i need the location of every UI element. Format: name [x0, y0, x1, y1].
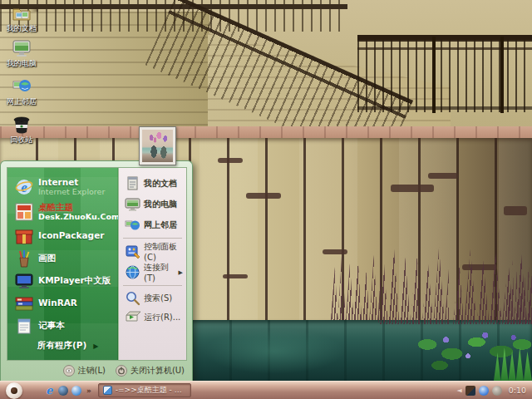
winrar-icon: [15, 294, 33, 313]
item-label: 连接到(T): [144, 262, 175, 283]
tray-collapse-chevron[interactable]: ◄: [457, 387, 462, 394]
desktop-icon-label: 我的文档: [0, 24, 43, 32]
kmplayer-quicklaunch-icon[interactable]: [58, 386, 68, 396]
start-menu-session-bar: 注销(L) 关闭计算机(U): [7, 363, 186, 377]
start-menu-item-my-computer[interactable]: 我的电脑: [119, 194, 186, 214]
start-menu-item-network-places[interactable]: 网上邻居: [119, 214, 186, 235]
tray-app-2-icon[interactable]: [479, 386, 489, 396]
search-icon: [125, 290, 140, 306]
my-computer-icon: [125, 196, 140, 212]
tray-app-3-icon[interactable]: [492, 386, 502, 396]
tray-app-1-icon[interactable]: [466, 386, 475, 396]
item-label: 运行(R)...: [144, 312, 180, 323]
all-programs-arrow-icon: ▶: [93, 342, 98, 350]
all-programs-button[interactable]: 所有程序(P) ▶: [7, 340, 118, 360]
item-label: KMPlayer中文版: [38, 276, 111, 285]
desktop-icon-network-places[interactable]: 网上邻居: [0, 76, 43, 106]
item-label: 我的文档: [144, 178, 177, 190]
start-menu-item-paint[interactable]: 画图: [7, 247, 118, 269]
submenu-arrow-icon: ▶: [179, 269, 186, 276]
wallpaper-crack: [246, 193, 281, 199]
turn-off-label: 关闭计算机(U): [131, 365, 185, 377]
item-label: 画图: [38, 254, 56, 263]
start-menu-item-run[interactable]: 运行(R)...: [119, 308, 186, 327]
wallpaper-crack: [504, 206, 527, 215]
desktop-icon-label: 我的电脑: [0, 59, 43, 67]
start-menu-item-winrar[interactable]: WinRAR: [7, 292, 118, 314]
start-menu-item-control-panel[interactable]: 控制面板(C): [119, 241, 186, 262]
run-icon: [125, 309, 140, 325]
taskbar-clock[interactable]: 0:10: [509, 386, 526, 395]
menu-separator: [123, 238, 182, 239]
log-off-label: 注销(L): [78, 365, 106, 377]
taskbar-window-button[interactable]: -=>>桌酷主题 - Mic...: [98, 383, 191, 397]
item-sublabel: Desk.ZhuoKu.Com: [38, 212, 120, 221]
browser-quicklaunch-icon[interactable]: [71, 386, 81, 396]
item-label: Internet: [38, 178, 105, 187]
item-label: 我的电脑: [144, 199, 177, 210]
control-panel-icon: [125, 244, 140, 259]
paint-icon: [15, 249, 33, 268]
user-avatar[interactable]: [139, 126, 176, 165]
log-off-icon: [63, 365, 75, 377]
wallpaper-crack: [462, 264, 497, 270]
start-menu-item-iconpackager[interactable]: IconPackager: [7, 224, 118, 247]
power-icon: [116, 365, 127, 377]
start-menu-columns: e Internet Internet Explorer: [7, 167, 187, 361]
item-label: 网上邻居: [144, 219, 177, 231]
wallpaper-walkway: [0, 126, 532, 138]
start-menu-item-my-documents[interactable]: 我的文档: [119, 173, 186, 194]
all-programs-label: 所有程序(P): [37, 340, 86, 352]
start-menu-item-internet[interactable]: e Internet Internet Explorer: [7, 175, 118, 200]
item-sublabel: Internet Explorer: [38, 187, 105, 196]
item-label: 搜索(S): [144, 293, 172, 304]
start-button[interactable]: [6, 382, 22, 399]
start-menu: e Internet Internet Explorer: [0, 160, 193, 381]
wallpaper-crack: [323, 249, 347, 254]
log-off-button[interactable]: 注销(L): [63, 365, 106, 377]
item-label: WinRAR: [38, 298, 77, 308]
my-computer-icon: [12, 38, 32, 58]
taskbar: e » -=>>桌酷主题 - Mic... ◄ 0:10: [0, 381, 532, 399]
desktop-icon-my-computer[interactable]: 我的电脑: [0, 38, 43, 67]
internet-explorer-icon: e: [15, 178, 33, 196]
recycle-bin-icon: [12, 115, 32, 135]
wallpaper-fence: [357, 35, 532, 112]
start-menu-places-list: 我的文档 我的电脑: [118, 168, 186, 360]
zhuoku-theme-icon: [15, 203, 33, 221]
desktop-screen: 我的文档 我的电脑 网上邻居 回收站: [0, 0, 532, 399]
my-documents-icon: [125, 175, 140, 191]
item-label: 记事本: [38, 321, 65, 330]
item-label: IconPackager: [38, 231, 104, 240]
network-places-icon: [12, 76, 32, 96]
desktop-icon-my-documents[interactable]: 我的文档: [0, 3, 43, 32]
start-menu-pinned-list: e Internet Internet Explorer: [7, 168, 118, 360]
taskbar-window-title: -=>>桌酷主题 - Mic...: [116, 385, 186, 396]
desktop-icon-label: 回收站: [0, 135, 43, 144]
kmplayer-icon: [15, 272, 33, 290]
quick-launch-bar: e »: [44, 385, 91, 396]
ie-document-icon: [103, 386, 112, 395]
internet-explorer-quicklaunch-icon[interactable]: e: [44, 385, 55, 396]
quick-launch-overflow-chevron[interactable]: »: [86, 387, 91, 395]
turn-off-computer-button[interactable]: 关闭计算机(U): [116, 365, 185, 377]
start-menu-item-search[interactable]: 搜索(S): [119, 288, 186, 308]
wallpaper-crack: [428, 173, 458, 179]
notepad-icon: [15, 317, 33, 335]
item-label: 控制面板(C): [144, 241, 186, 262]
my-documents-icon: [12, 3, 32, 23]
connect-to-icon: [125, 264, 140, 280]
wallpaper-crack: [223, 274, 248, 278]
start-menu-item-kmplayer[interactable]: KMPlayer中文版: [7, 269, 118, 292]
menu-separator: [123, 285, 182, 286]
wallpaper-fence-post: [500, 37, 504, 113]
start-button-orb-icon: [11, 387, 17, 394]
start-menu-item-zhuoku-theme[interactable]: 桌酷主题 Desk.ZhuoKu.Com: [7, 200, 118, 224]
system-tray: ◄ 0:10: [457, 386, 532, 396]
start-menu-item-notepad[interactable]: 记事本: [7, 314, 118, 337]
wallpaper-crack: [391, 185, 434, 192]
iconpackager-icon: [15, 227, 33, 245]
item-label: 桌酷主题: [38, 203, 120, 212]
desktop-icon-recycle-bin[interactable]: 回收站: [0, 115, 43, 144]
start-menu-item-connect-to[interactable]: 连接到(T) ▶: [119, 262, 186, 283]
